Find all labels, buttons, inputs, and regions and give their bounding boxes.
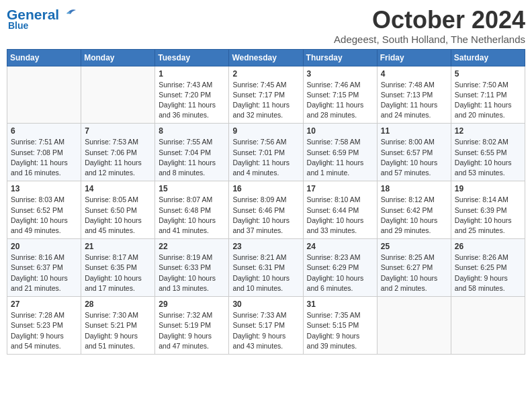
sunrise-time: Sunrise: 8:00 AM (381, 138, 435, 146)
sunset-time: Sunset: 6:39 PM (455, 206, 507, 214)
sunrise-time: Sunrise: 8:14 AM (455, 195, 508, 203)
calendar-cell: 22 Sunrise: 8:19 AM Sunset: 6:33 PM Dayl… (155, 239, 229, 297)
daylight-hours: Daylight: 10 hours and 45 minutes. (85, 216, 142, 234)
day-info: Sunrise: 8:16 AM Sunset: 6:37 PM Dayligh… (11, 253, 77, 293)
day-number: 10 (307, 126, 373, 136)
day-number: 12 (455, 126, 521, 136)
sunset-time: Sunset: 5:19 PM (159, 321, 211, 329)
calendar-cell: 28 Sunrise: 7:30 AM Sunset: 5:21 PM Dayl… (81, 297, 155, 355)
calendar-cell: 16 Sunrise: 8:09 AM Sunset: 6:46 PM Dayl… (229, 181, 303, 239)
sunset-time: Sunset: 7:20 PM (159, 91, 211, 99)
sunrise-time: Sunrise: 8:17 AM (85, 253, 138, 261)
sunset-time: Sunset: 6:42 PM (381, 206, 433, 214)
day-info: Sunrise: 8:26 AM Sunset: 6:25 PM Dayligh… (455, 253, 521, 293)
daylight-hours: Daylight: 11 hours and 4 minutes. (232, 158, 290, 177)
sunset-time: Sunset: 5:21 PM (85, 321, 137, 329)
sunrise-time: Sunrise: 8:16 AM (11, 253, 64, 261)
sunrise-time: Sunrise: 7:30 AM (85, 311, 138, 319)
day-number: 1 (159, 69, 225, 79)
sunset-time: Sunset: 7:13 PM (381, 91, 433, 99)
sunset-time: Sunset: 7:11 PM (455, 91, 507, 99)
day-info: Sunrise: 8:23 AM Sunset: 6:29 PM Dayligh… (307, 253, 373, 293)
weekday-header-sunday: Sunday (7, 49, 81, 66)
day-info: Sunrise: 7:46 AM Sunset: 7:15 PM Dayligh… (307, 80, 373, 121)
daylight-hours: Daylight: 9 hours and 58 minutes. (455, 274, 508, 292)
calendar-week-row: 6 Sunrise: 7:51 AM Sunset: 7:08 PM Dayli… (7, 124, 525, 181)
sunset-time: Sunset: 7:01 PM (232, 148, 285, 156)
sunset-time: Sunset: 6:31 PM (232, 263, 285, 271)
day-number: 18 (381, 184, 447, 193)
sunrise-time: Sunrise: 7:55 AM (159, 138, 212, 146)
calendar-cell: 13 Sunrise: 8:03 AM Sunset: 6:52 PM Dayl… (7, 181, 81, 239)
calendar-cell: 14 Sunrise: 8:05 AM Sunset: 6:50 PM Dayl… (81, 181, 155, 239)
day-info: Sunrise: 8:14 AM Sunset: 6:39 PM Dayligh… (455, 195, 521, 236)
day-info: Sunrise: 8:21 AM Sunset: 6:31 PM Dayligh… (232, 253, 299, 293)
daylight-hours: Daylight: 10 hours and 25 minutes. (455, 216, 512, 234)
calendar-cell: 7 Sunrise: 7:53 AM Sunset: 7:06 PM Dayli… (81, 124, 155, 181)
daylight-hours: Daylight: 9 hours and 47 minutes. (159, 332, 212, 350)
sunset-time: Sunset: 6:57 PM (381, 148, 433, 156)
sunrise-time: Sunrise: 7:46 AM (307, 81, 361, 89)
sunrise-time: Sunrise: 7:32 AM (159, 311, 212, 319)
calendar-cell: 29 Sunrise: 7:32 AM Sunset: 5:19 PM Dayl… (155, 297, 229, 355)
day-number: 25 (381, 242, 447, 251)
day-info: Sunrise: 7:50 AM Sunset: 7:11 PM Dayligh… (455, 80, 521, 121)
day-number: 7 (85, 126, 151, 136)
calendar-week-row: 1 Sunrise: 7:43 AM Sunset: 7:20 PM Dayli… (7, 66, 525, 124)
day-number: 31 (307, 300, 373, 309)
daylight-hours: Daylight: 11 hours and 36 minutes. (159, 101, 216, 119)
day-info: Sunrise: 8:17 AM Sunset: 6:35 PM Dayligh… (85, 253, 151, 293)
weekday-header-thursday: Thursday (303, 49, 377, 66)
month-title: October 2024 (334, 7, 525, 34)
day-number: 8 (159, 126, 225, 136)
calendar-cell: 30 Sunrise: 7:33 AM Sunset: 5:17 PM Dayl… (229, 297, 303, 355)
daylight-hours: Daylight: 10 hours and 41 minutes. (159, 216, 216, 234)
sunrise-time: Sunrise: 7:35 AM (307, 311, 361, 319)
day-info: Sunrise: 7:48 AM Sunset: 7:13 PM Dayligh… (381, 80, 447, 121)
calendar-cell: 18 Sunrise: 8:12 AM Sunset: 6:42 PM Dayl… (377, 181, 451, 239)
sunrise-time: Sunrise: 8:21 AM (232, 253, 286, 261)
daylight-hours: Daylight: 10 hours and 29 minutes. (381, 216, 438, 234)
calendar-cell: 20 Sunrise: 8:16 AM Sunset: 6:37 PM Dayl… (7, 239, 81, 297)
day-number: 21 (85, 242, 151, 251)
calendar-cell: 9 Sunrise: 7:56 AM Sunset: 7:01 PM Dayli… (229, 124, 303, 181)
sunrise-time: Sunrise: 8:03 AM (11, 195, 64, 203)
sunset-time: Sunset: 7:17 PM (232, 91, 285, 99)
day-number: 19 (455, 184, 521, 193)
daylight-hours: Daylight: 9 hours and 39 minutes. (307, 332, 360, 350)
day-number: 16 (232, 184, 299, 193)
day-info: Sunrise: 7:51 AM Sunset: 7:08 PM Dayligh… (11, 137, 77, 178)
sunset-time: Sunset: 5:17 PM (232, 321, 285, 329)
day-number: 15 (159, 184, 225, 193)
sunrise-time: Sunrise: 7:43 AM (159, 81, 212, 89)
daylight-hours: Daylight: 11 hours and 20 minutes. (455, 101, 512, 119)
daylight-hours: Daylight: 10 hours and 49 minutes. (11, 216, 68, 234)
sunrise-time: Sunrise: 7:53 AM (85, 138, 138, 146)
sunrise-time: Sunrise: 8:26 AM (455, 253, 508, 261)
day-info: Sunrise: 7:33 AM Sunset: 5:17 PM Dayligh… (232, 310, 299, 351)
sunset-time: Sunset: 6:48 PM (159, 206, 211, 214)
daylight-hours: Daylight: 11 hours and 16 minutes. (11, 158, 68, 177)
sunset-time: Sunset: 7:08 PM (11, 148, 63, 156)
day-info: Sunrise: 7:45 AM Sunset: 7:17 PM Dayligh… (232, 80, 299, 121)
page-header: General Blue October 2024 Adegeest, Sout… (7, 7, 525, 45)
sunrise-time: Sunrise: 7:48 AM (381, 81, 435, 89)
calendar-cell: 10 Sunrise: 7:58 AM Sunset: 6:59 PM Dayl… (303, 124, 377, 181)
calendar-cell: 15 Sunrise: 8:07 AM Sunset: 6:48 PM Dayl… (155, 181, 229, 239)
sunrise-time: Sunrise: 7:56 AM (232, 138, 286, 146)
weekday-header-saturday: Saturday (451, 49, 525, 66)
weekday-header-wednesday: Wednesday (229, 49, 303, 66)
sunset-time: Sunset: 6:46 PM (232, 206, 285, 214)
calendar-cell: 27 Sunrise: 7:28 AM Sunset: 5:23 PM Dayl… (7, 297, 81, 355)
day-info: Sunrise: 7:28 AM Sunset: 5:23 PM Dayligh… (11, 310, 77, 351)
sunset-time: Sunset: 6:33 PM (159, 263, 211, 271)
day-info: Sunrise: 8:05 AM Sunset: 6:50 PM Dayligh… (85, 195, 151, 236)
weekday-header-tuesday: Tuesday (155, 49, 229, 66)
sunset-time: Sunset: 6:59 PM (307, 148, 359, 156)
calendar-cell (377, 297, 451, 355)
sunset-time: Sunset: 6:29 PM (307, 263, 359, 271)
sunset-time: Sunset: 5:15 PM (307, 321, 359, 329)
sunrise-time: Sunrise: 8:05 AM (85, 195, 138, 203)
daylight-hours: Daylight: 10 hours and 21 minutes. (11, 274, 68, 292)
day-info: Sunrise: 7:43 AM Sunset: 7:20 PM Dayligh… (159, 80, 225, 121)
